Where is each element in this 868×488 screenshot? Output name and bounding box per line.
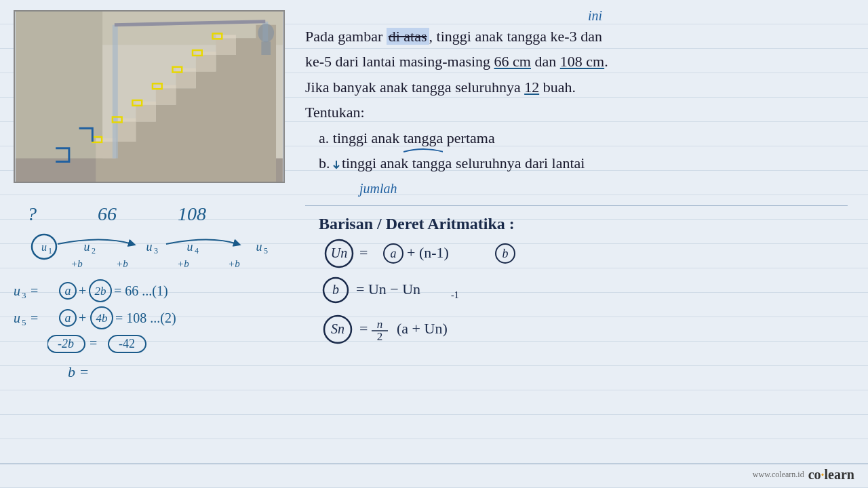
svg-text:+: +	[79, 310, 86, 325]
math-below-image: ? 66 108 u 1 u 2	[14, 183, 281, 384]
barisan-section: Barisan / Deret Aritmatika : Un = a + (n…	[319, 215, 848, 354]
svg-text:=: =	[90, 336, 97, 350]
svg-text:5: 5	[264, 246, 268, 256]
jumlah-label: jumlah	[359, 177, 739, 200]
svg-rect-10	[196, 55, 216, 72]
svg-text:=: =	[31, 310, 38, 325]
svg-text:= 108  ...(2): = 108 ...(2)	[115, 310, 176, 326]
divider	[305, 205, 848, 206]
svg-rect-30	[261, 41, 271, 55]
svg-rect-19	[113, 25, 118, 159]
svg-text:3: 3	[22, 290, 26, 300]
svg-text:= 66  ...(1): = 66 ...(1)	[114, 283, 168, 299]
svg-text:a: a	[65, 284, 71, 298]
di-atas-text: di atas	[387, 28, 429, 45]
svg-text:+b: +b	[228, 258, 240, 269]
svg-text:+b: +b	[177, 258, 189, 269]
right-panel: ini Pada gambar di atas, tinggi anak tan…	[292, 0, 868, 488]
svg-text:-1: -1	[451, 290, 459, 300]
svg-text:3: 3	[154, 246, 158, 256]
svg-rect-6	[116, 121, 136, 142]
svg-text:a: a	[391, 247, 397, 260]
svg-text:4b: 4b	[96, 312, 108, 325]
svg-text:+b: +b	[71, 258, 83, 269]
problem-line3: Jika banyak anak tangga seluruhnya 12 bu…	[305, 75, 739, 100]
left-panel: ? 66 108 u 1 u 2	[0, 0, 292, 488]
svg-text:2b: 2b	[95, 285, 106, 298]
problem-text: Pada gambar di atas, tinggi anak tangga …	[305, 24, 739, 200]
svg-text:= Un − Un: = Un − Un	[356, 281, 420, 298]
svg-text:Un: Un	[331, 245, 347, 260]
eq4-line: b =	[14, 359, 281, 384]
problem-line1: Pada gambar di atas, tinggi anak tangga …	[305, 24, 739, 49]
problem-line2: ke-5 dari lantai masing-masing 66 cm dan…	[305, 49, 739, 74]
svg-text:-42: -42	[119, 337, 135, 350]
problem-item-a: a. tinggi anak tangga pertama	[305, 125, 739, 150]
formula-un: Un = a + (n-1) b	[319, 239, 848, 268]
svg-text:+: +	[79, 283, 86, 298]
svg-text:Sn: Sn	[331, 321, 344, 336]
formula-sn: Sn = n 2 (a + Un)	[319, 312, 848, 347]
barisan-title: Barisan / Deret Aritmatika :	[319, 215, 848, 233]
svg-text:u: u	[14, 283, 20, 298]
svg-rect-8	[156, 88, 176, 105]
svg-text:1: 1	[48, 246, 52, 256]
problem-line4: Tentukan:	[305, 100, 739, 125]
svg-rect-18	[216, 35, 236, 38]
svg-text:=: =	[359, 320, 368, 337]
stair-image	[14, 10, 285, 183]
svg-text:u: u	[84, 240, 90, 253]
svg-rect-15	[156, 85, 176, 88]
page: ? 66 108 u 1 u 2	[0, 0, 868, 488]
val-66: 66	[98, 200, 117, 228]
svg-rect-13	[116, 118, 136, 121]
svg-text:u: u	[14, 310, 20, 325]
sequence-diagram: u 1 u 2 u 3 u	[20, 232, 319, 269]
svg-text:+b: +b	[116, 258, 128, 269]
problem-item-b: b. tinggi anak tangga seluruhnya dari la…	[305, 150, 739, 176]
svg-text:b: b	[332, 282, 339, 297]
svg-text:4: 4	[195, 246, 199, 256]
svg-text:u: u	[146, 240, 153, 253]
eq3-line: -2b = -42	[14, 332, 281, 357]
val-108: 108	[178, 200, 206, 228]
svg-rect-16	[176, 68, 196, 72]
svg-text:+ (n-1): + (n-1)	[407, 244, 449, 261]
val-108cm: 108 cm	[560, 53, 604, 70]
ini-label: ini	[342, 8, 848, 24]
eq1-line: u 3 = a + 2b = 66 ...(1)	[14, 278, 281, 302]
svg-text:u: u	[256, 240, 262, 253]
svg-text:2: 2	[92, 246, 96, 256]
main-content: ? 66 108 u 1 u 2	[0, 0, 868, 488]
svg-rect-14	[136, 102, 156, 105]
q-mark: ?	[27, 200, 37, 228]
svg-text:-2b: -2b	[58, 337, 74, 350]
svg-text:a: a	[65, 311, 71, 325]
svg-rect-9	[176, 72, 196, 89]
svg-text:b: b	[502, 247, 509, 260]
val-12: 12	[524, 79, 539, 96]
svg-text:=: =	[31, 283, 38, 298]
formula-b: b = Un − Un -1	[319, 275, 848, 305]
svg-text:(a + Un): (a + Un)	[397, 320, 448, 337]
svg-text:n: n	[377, 318, 383, 331]
svg-text:u: u	[187, 240, 193, 253]
svg-rect-7	[136, 105, 156, 122]
svg-text:=: =	[359, 244, 368, 261]
svg-text:u: u	[41, 241, 47, 253]
svg-rect-17	[196, 52, 216, 55]
val-66cm: 66 cm	[494, 53, 531, 70]
svg-rect-2	[16, 12, 102, 182]
eq2-line: u 5 = a + 4b = 108 ...(2)	[14, 305, 281, 329]
svg-rect-11	[216, 38, 236, 55]
svg-text:5: 5	[22, 317, 26, 327]
svg-text:2: 2	[377, 330, 383, 343]
svg-point-29	[258, 24, 274, 43]
